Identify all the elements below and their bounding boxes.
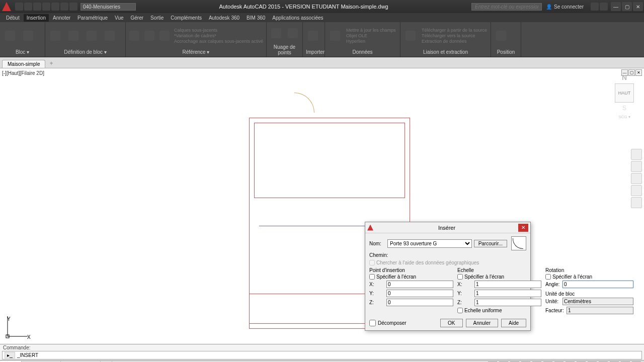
point-x-input[interactable] xyxy=(386,281,453,288)
name-label: Nom: xyxy=(369,241,385,246)
help-button[interactable]: Aide xyxy=(501,319,526,327)
point-z-input[interactable] xyxy=(386,299,453,306)
command-text[interactable]: _INSERT xyxy=(17,352,38,358)
scale-specify-checkbox[interactable] xyxy=(457,274,463,280)
dialog-titlebar[interactable]: Insérer ✕ xyxy=(365,222,530,233)
cancel-button[interactable]: Annuler xyxy=(466,319,498,327)
tab-complements[interactable]: Compléments xyxy=(168,14,205,22)
signin-button[interactable]: 👤 Se connecter xyxy=(546,4,584,10)
tab-apps[interactable]: Applications associées xyxy=(269,14,326,22)
maximize-button[interactable]: ▢ xyxy=(622,2,632,11)
scale-z-input[interactable] xyxy=(474,299,541,306)
rotation-specify-checkbox[interactable] xyxy=(545,274,551,280)
define-attr-button[interactable] xyxy=(65,26,82,46)
minimize-button[interactable]: — xyxy=(611,2,621,11)
file-tab-active[interactable]: Maison-simple xyxy=(2,60,45,68)
ucs-icon: Y X xyxy=(5,314,30,341)
viewcube-ucs[interactable]: SCG ▾ xyxy=(610,115,639,119)
scale-group: Echelle Spécifier à l'écran X: Y: Z: Ech… xyxy=(457,267,541,316)
panel-position-label: Position xyxy=(493,48,519,56)
nav-showmotion-icon[interactable] xyxy=(631,197,642,208)
new-tab-button[interactable]: + xyxy=(46,59,56,68)
exchange-icon[interactable] xyxy=(591,3,599,11)
edit-attributes-button[interactable] xyxy=(20,26,36,46)
recap-button[interactable] xyxy=(269,23,284,43)
qat-open-icon[interactable] xyxy=(24,3,32,11)
view-cube[interactable]: N HAUT S SCG ▾ xyxy=(610,73,639,119)
field-button[interactable] xyxy=(327,26,343,46)
tab-parametrique[interactable]: Paramétrique xyxy=(74,14,111,22)
clip-button[interactable] xyxy=(143,26,156,46)
panel-link-label: Liaison et extraction xyxy=(403,48,489,56)
command-input-row[interactable]: ▸⎯ _INSERT xyxy=(2,351,642,359)
qat-saveas-icon[interactable] xyxy=(42,3,50,11)
close-button[interactable]: ✕ xyxy=(633,2,643,11)
browse-button[interactable]: Parcourir... xyxy=(474,240,507,247)
tab-sortie[interactable]: Sortie xyxy=(147,14,167,22)
tab-vue[interactable]: Vue xyxy=(112,14,126,22)
uniform-scale-checkbox[interactable] xyxy=(457,308,463,313)
unit-value xyxy=(562,298,633,305)
panel-data-label: Données xyxy=(327,48,398,56)
viewcube-n: N xyxy=(610,73,639,81)
location-button[interactable] xyxy=(493,26,509,46)
nav-orbit-icon[interactable] xyxy=(631,185,642,196)
nav-pan-icon[interactable] xyxy=(631,161,642,172)
tab-insertion[interactable]: Insertion xyxy=(24,14,49,22)
attach-button[interactable] xyxy=(128,26,141,46)
decompose-checkbox[interactable] xyxy=(369,320,376,326)
nav-zoom-icon[interactable] xyxy=(631,173,642,184)
datalink-button[interactable] xyxy=(403,26,419,46)
help-search-input[interactable] xyxy=(471,3,542,11)
panel-defbloc-label[interactable]: Définition de bloc ▾ xyxy=(47,48,123,56)
dialog-title: Insérer xyxy=(375,225,518,231)
scale-y-input[interactable] xyxy=(474,290,541,297)
tab-bim360[interactable]: BIM 360 xyxy=(244,14,268,22)
geo-search-checkbox xyxy=(369,260,375,265)
factor-value xyxy=(567,307,633,314)
block-name-select[interactable]: Porte 93 ouverture G xyxy=(387,239,472,248)
attach-pc-button[interactable] xyxy=(286,23,301,43)
point-specify-checkbox[interactable] xyxy=(369,274,375,280)
ribbon-tabs: Début Insertion Annoter Paramétrique Vue… xyxy=(0,13,644,22)
dialog-close-button[interactable]: ✕ xyxy=(518,224,528,232)
manage-attr-button[interactable] xyxy=(84,26,100,46)
geo-search-label: Chercher à l'aide des données géographiq… xyxy=(376,260,479,265)
panel-reference: Calques sous-jacents*Variation de cadres… xyxy=(126,22,267,57)
tab-gerer[interactable]: Gérer xyxy=(128,14,147,22)
point-y-input[interactable] xyxy=(386,290,453,297)
rotation-angle-input[interactable] xyxy=(562,281,633,288)
title-bar: Autodesk AutoCAD 2015 - VERSION ETUDIANT… xyxy=(0,0,644,13)
qat-redo-icon[interactable] xyxy=(69,3,77,11)
adjust-button[interactable] xyxy=(158,26,171,46)
qat-undo-icon[interactable] xyxy=(60,3,68,11)
block-editor-button[interactable] xyxy=(102,26,118,46)
panel-import: Importer xyxy=(303,22,325,57)
panel-bloc-label[interactable]: Bloc ▾ xyxy=(2,48,43,56)
tab-debut[interactable]: Début xyxy=(3,14,23,22)
viewcube-face[interactable]: HAUT xyxy=(615,83,634,103)
panel-link: Télécharger à partir de la sourceTélécha… xyxy=(400,22,491,57)
workspace-combo[interactable] xyxy=(80,3,136,11)
qat-new-icon[interactable] xyxy=(15,3,23,11)
dialog-app-icon xyxy=(367,225,373,231)
tab-autodesk360[interactable]: Autodesk 360 xyxy=(206,14,243,22)
tab-annoter[interactable]: Annoter xyxy=(50,14,73,22)
scale-x-input[interactable] xyxy=(474,281,541,288)
command-line: Commande: ▸⎯ _INSERT xyxy=(0,344,644,360)
import-button[interactable] xyxy=(305,26,321,46)
qat-plot-icon[interactable] xyxy=(51,3,59,11)
ok-button[interactable]: OK xyxy=(440,319,462,327)
nav-wheel-icon[interactable] xyxy=(631,149,642,160)
panel-reference-label[interactable]: Référence ▾ xyxy=(128,48,264,56)
point-title: Point d'insertion xyxy=(369,267,453,273)
create-block-button[interactable] xyxy=(47,26,63,46)
help-icon[interactable] xyxy=(600,3,608,11)
unit-title: Unité de bloc xyxy=(545,291,633,297)
qat-save-icon[interactable] xyxy=(33,3,41,11)
panel-data: Mettre à jour les champsObjet OLEHyperli… xyxy=(325,22,400,57)
viewport-label[interactable]: [-][Haut][Filaire 2D] xyxy=(2,70,44,76)
window-controls: — ▢ ✕ xyxy=(611,2,643,11)
panel-position: Position xyxy=(491,22,521,57)
insert-button[interactable] xyxy=(2,26,18,46)
